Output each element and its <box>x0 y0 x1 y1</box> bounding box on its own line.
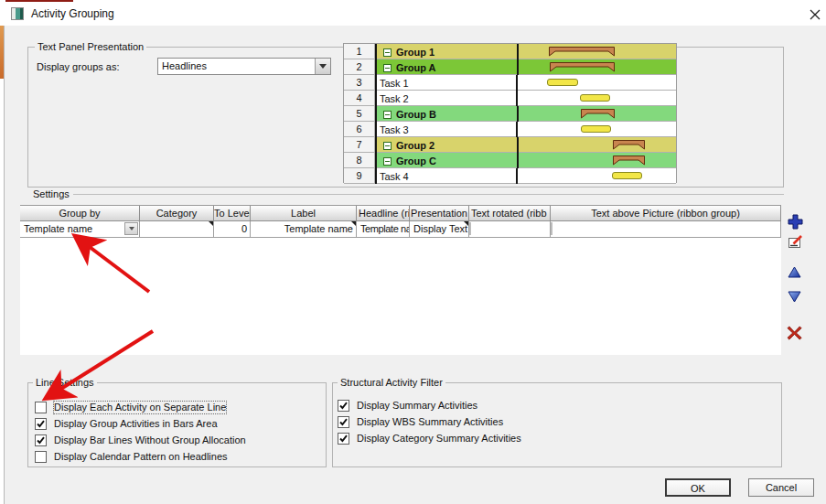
preview-row-number: 2 <box>344 59 375 75</box>
dialog-app-icon <box>11 7 24 20</box>
move-up-button[interactable] <box>788 265 801 282</box>
structural-filter-checkboxes: Display Summary ActivitiesDisplay WBS Su… <box>338 400 521 449</box>
checkbox-label[interactable]: Display Group Activities in Bars Area <box>54 418 218 430</box>
preview-row-number: 8 <box>344 153 375 168</box>
line-settings-checkbox-row[interactable]: Display Each Activity on Separate Line <box>35 402 246 413</box>
preview-row: 7Group 2 <box>344 137 676 153</box>
preview-row-number: 1 <box>344 44 375 59</box>
settings-divider <box>73 194 784 195</box>
checkbox-label[interactable]: Display Calendar Pattern on Headlines <box>54 451 228 463</box>
arrow-down-icon <box>788 291 801 303</box>
structural-filter-legend: Structural Activity Filter <box>338 377 445 388</box>
col-header-label[interactable]: Label <box>251 206 357 221</box>
preview-row-bars-area <box>518 91 676 106</box>
preview-row: 9Task 4 <box>344 168 676 184</box>
line-settings-checkbox-row[interactable]: Display Bar Lines Without Group Allocati… <box>35 434 246 446</box>
text-rotated-cell[interactable] <box>469 221 551 238</box>
col-header-text-above-picture[interactable]: Text above Picture (ribbon group) <box>551 206 781 221</box>
col-header-group-by[interactable]: Group by <box>20 206 140 221</box>
checkbox[interactable] <box>338 416 349 428</box>
preview-row-number: 7 <box>344 137 375 153</box>
grouping-preview-grid: 1Group 12Group A3Task 14Task 25Group B6T… <box>343 43 677 183</box>
group-by-value: Template name <box>24 223 92 234</box>
plus-icon <box>788 214 803 230</box>
task-bar <box>612 172 642 179</box>
move-down-button[interactable] <box>788 290 801 306</box>
preview-row-label: Group C <box>396 155 436 166</box>
collapse-minus-icon <box>383 142 392 150</box>
dialog-titlebar: Activity Grouping <box>4 2 826 26</box>
edit-pencil-icon <box>788 235 803 250</box>
col-header-category[interactable]: Category <box>140 206 214 221</box>
preview-row: 8Group C <box>344 153 676 168</box>
preview-row-label: Group A <box>396 62 436 73</box>
text-rotated-checkbox[interactable] <box>469 222 471 235</box>
preview-row-label: Group B <box>396 109 436 120</box>
preview-row-bars-area <box>518 75 676 91</box>
text-above-picture-cell[interactable] <box>551 221 781 238</box>
preview-row-bars-area <box>519 153 677 168</box>
line-settings-checkboxes: Display Each Activity on Separate LineDi… <box>35 402 246 467</box>
checkbox[interactable] <box>35 402 47 413</box>
checkbox[interactable] <box>338 433 349 445</box>
preview-row-name: Task 4 <box>377 168 517 184</box>
col-header-to-level[interactable]: To Level <box>214 206 251 221</box>
summary-bracket-bar <box>581 109 615 119</box>
presentation-cell[interactable]: Display Text <box>410 221 469 238</box>
close-icon[interactable] <box>807 7 823 22</box>
checkbox[interactable] <box>338 400 349 412</box>
checkbox[interactable] <box>35 451 47 463</box>
preview-row: 2Group A <box>344 59 676 75</box>
preview-row-number: 6 <box>344 122 375 137</box>
chevron-down-icon[interactable] <box>315 59 330 74</box>
structural-filter-checkbox-row[interactable]: Display Summary Activities <box>338 400 521 412</box>
checkbox[interactable] <box>35 434 47 446</box>
summary-bracket-bar <box>613 140 645 150</box>
task-bar <box>547 79 578 86</box>
cancel-button[interactable]: Cancel <box>748 478 814 497</box>
checkbox-label[interactable]: Display WBS Summary Activities <box>357 416 503 428</box>
to-level-cell[interactable]: 0 <box>214 221 251 238</box>
summary-bracket-bar <box>613 155 645 166</box>
checkbox-label[interactable]: Display Category Summary Activities <box>357 433 521 445</box>
structural-filter-checkbox-row[interactable]: Display Category Summary Activities <box>338 433 521 445</box>
collapse-minus-icon <box>383 157 392 166</box>
checkbox[interactable] <box>35 418 47 430</box>
label-value: Template name <box>284 223 353 234</box>
preview-row-name: Group 2 <box>377 137 517 153</box>
cell-dropdown-corner <box>351 221 356 226</box>
checkbox-label[interactable]: Display Bar Lines Without Group Allocati… <box>54 434 246 446</box>
checkbox-label[interactable]: Display Each Activity on Separate Line <box>54 402 226 413</box>
col-header-presentation[interactable]: Presentation <box>410 206 469 221</box>
ok-button[interactable]: OK <box>665 478 731 497</box>
col-header-text-rotated[interactable]: Text rotated (ribb <box>469 206 551 221</box>
settings-table: Group by Category To Level Label Headlin… <box>20 205 781 355</box>
checkbox-label[interactable]: Display Summary Activities <box>357 400 477 412</box>
arrow-up-icon <box>788 266 801 278</box>
settings-data-row: Template name 0 Template name Template n… <box>20 221 781 238</box>
settings-header-row: Group by Category To Level Label Headlin… <box>20 205 781 221</box>
delete-row-button[interactable] <box>787 325 803 344</box>
line-settings-legend: Line Settings <box>33 377 97 388</box>
structural-filter-checkbox-row[interactable]: Display WBS Summary Activities <box>338 416 521 428</box>
text-above-picture-checkbox[interactable] <box>551 222 552 235</box>
preview-row-number: 3 <box>344 75 375 91</box>
group-by-cell[interactable]: Template name <box>20 221 140 238</box>
chevron-down-icon[interactable] <box>124 222 138 235</box>
line-settings-checkbox-row[interactable]: Display Calendar Pattern on Headlines <box>35 451 246 463</box>
collapse-minus-icon <box>383 64 392 72</box>
preview-row-number: 9 <box>344 168 375 184</box>
col-header-headline[interactable]: Headline (ribbon <box>357 206 410 221</box>
cell-dropdown-corner <box>209 221 213 226</box>
display-groups-dropdown[interactable]: Headlines <box>157 58 331 75</box>
add-row-button[interactable] <box>788 214 803 233</box>
preview-row-bars-area <box>519 137 677 153</box>
edit-row-button[interactable] <box>788 235 803 253</box>
summary-bracket-bar <box>549 47 615 57</box>
label-cell[interactable]: Template name <box>251 221 357 238</box>
line-settings-checkbox-row[interactable]: Display Group Activities in Bars Area <box>35 418 246 430</box>
preview-row: 4Task 2 <box>344 91 676 106</box>
preview-row-name: Task 3 <box>377 122 517 137</box>
category-cell[interactable] <box>140 221 214 238</box>
headline-cell[interactable]: Template name <box>357 221 410 238</box>
